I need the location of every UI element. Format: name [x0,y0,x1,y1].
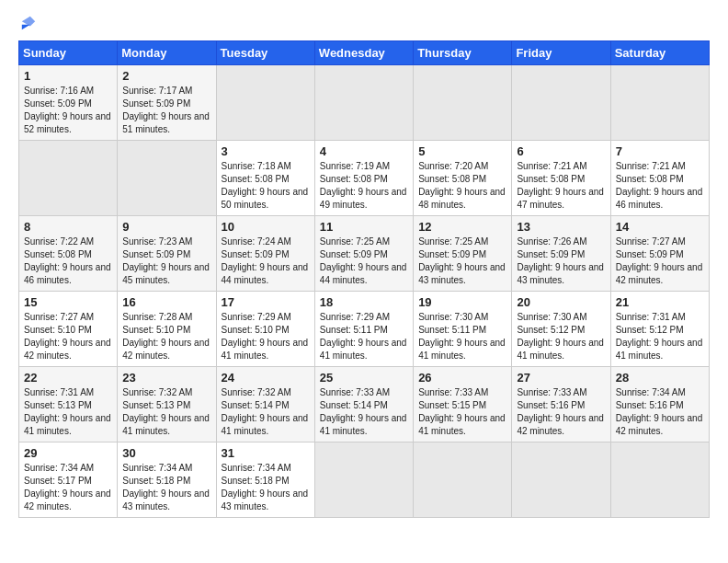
calendar-day-cell: 26 Sunrise: 7:33 AMSunset: 5:15 PMDaylig… [414,367,512,442]
day-number: 20 [517,295,605,309]
day-info: Sunrise: 7:29 AMSunset: 5:11 PMDaylight:… [320,312,407,361]
calendar-table: SundayMondayTuesdayWednesdayThursdayFrid… [18,40,710,518]
day-number: 1 [24,69,112,83]
calendar-day-cell: 13 Sunrise: 7:26 AMSunset: 5:09 PMDaylig… [512,216,610,292]
day-number: 12 [418,220,506,234]
day-info: Sunrise: 7:16 AMSunset: 5:09 PMDaylight:… [24,86,111,134]
calendar-header-row: SundayMondayTuesdayWednesdayThursdayFrid… [19,41,710,65]
calendar-day-cell: 11 Sunrise: 7:25 AMSunset: 5:09 PMDaylig… [314,216,413,292]
calendar-header-saturday: Saturday [610,41,709,65]
calendar-header-sunday: Sunday [19,41,118,65]
day-info: Sunrise: 7:24 AMSunset: 5:09 PMDaylight:… [222,236,309,285]
day-number: 19 [418,295,506,309]
page: SundayMondayTuesdayWednesdayThursdayFrid… [0,0,728,529]
calendar-day-cell: 19 Sunrise: 7:30 AMSunset: 5:11 PMDaylig… [414,292,512,367]
calendar-header-thursday: Thursday [414,41,512,65]
day-number: 29 [24,446,112,460]
day-info: Sunrise: 7:28 AMSunset: 5:10 PMDaylight:… [122,312,210,361]
calendar-day-cell [610,442,709,518]
calendar-day-cell: 7 Sunrise: 7:21 AMSunset: 5:08 PMDayligh… [610,141,709,216]
calendar-day-cell: 16 Sunrise: 7:28 AMSunset: 5:10 PMDaylig… [118,292,216,367]
calendar-header-tuesday: Tuesday [216,41,314,65]
calendar-day-cell [118,141,216,216]
day-number: 16 [122,295,210,309]
day-info: Sunrise: 7:20 AMSunset: 5:08 PMDaylight:… [418,161,506,210]
day-info: Sunrise: 7:19 AMSunset: 5:08 PMDaylight:… [320,161,407,210]
day-number: 22 [24,371,112,385]
day-number: 7 [616,144,704,158]
calendar-day-cell: 15 Sunrise: 7:27 AMSunset: 5:10 PMDaylig… [19,292,118,367]
calendar-day-cell: 31 Sunrise: 7:34 AMSunset: 5:18 PMDaylig… [216,442,314,518]
day-number: 31 [222,446,310,460]
calendar-day-cell: 25 Sunrise: 7:33 AMSunset: 5:14 PMDaylig… [314,367,413,442]
day-number: 25 [320,371,408,385]
day-info: Sunrise: 7:34 AMSunset: 5:18 PMDaylight:… [222,463,309,511]
calendar-header-wednesday: Wednesday [314,41,413,65]
calendar-day-cell: 8 Sunrise: 7:22 AMSunset: 5:08 PMDayligh… [19,216,118,292]
day-info: Sunrise: 7:30 AMSunset: 5:11 PMDaylight:… [418,312,506,361]
calendar-day-cell: 9 Sunrise: 7:23 AMSunset: 5:09 PMDayligh… [118,216,216,292]
day-info: Sunrise: 7:34 AMSunset: 5:16 PMDaylight:… [616,387,703,436]
calendar-day-cell [414,65,512,141]
calendar-day-cell: 6 Sunrise: 7:21 AMSunset: 5:08 PMDayligh… [512,141,610,216]
logo-flag-icon [20,15,37,31]
day-info: Sunrise: 7:31 AMSunset: 5:12 PMDaylight:… [616,312,703,361]
calendar-day-cell: 29 Sunrise: 7:34 AMSunset: 5:17 PMDaylig… [19,442,118,518]
day-info: Sunrise: 7:26 AMSunset: 5:09 PMDaylight:… [517,236,604,285]
calendar-week-row: 22 Sunrise: 7:31 AMSunset: 5:13 PMDaylig… [19,367,710,442]
calendar-day-cell: 27 Sunrise: 7:33 AMSunset: 5:16 PMDaylig… [512,367,610,442]
day-number: 6 [517,144,605,158]
calendar-day-cell [314,65,413,141]
calendar-week-row: 8 Sunrise: 7:22 AMSunset: 5:08 PMDayligh… [19,216,710,292]
calendar-day-cell: 24 Sunrise: 7:32 AMSunset: 5:14 PMDaylig… [216,367,314,442]
day-info: Sunrise: 7:27 AMSunset: 5:10 PMDaylight:… [24,312,111,361]
calendar-day-cell [512,442,610,518]
calendar-day-cell: 23 Sunrise: 7:32 AMSunset: 5:13 PMDaylig… [118,367,216,442]
calendar-header-friday: Friday [512,41,610,65]
day-info: Sunrise: 7:18 AMSunset: 5:08 PMDaylight:… [222,161,309,210]
calendar-week-row: 1 Sunrise: 7:16 AMSunset: 5:09 PMDayligh… [19,65,710,141]
day-number: 27 [517,371,605,385]
calendar-week-row: 3 Sunrise: 7:18 AMSunset: 5:08 PMDayligh… [19,141,710,216]
day-number: 14 [616,220,704,234]
calendar-day-cell: 30 Sunrise: 7:34 AMSunset: 5:18 PMDaylig… [118,442,216,518]
calendar-day-cell: 14 Sunrise: 7:27 AMSunset: 5:09 PMDaylig… [610,216,709,292]
day-info: Sunrise: 7:33 AMSunset: 5:15 PMDaylight:… [418,387,506,436]
day-number: 10 [222,220,310,234]
day-info: Sunrise: 7:32 AMSunset: 5:14 PMDaylight:… [222,387,309,436]
calendar-day-cell: 3 Sunrise: 7:18 AMSunset: 5:08 PMDayligh… [216,141,314,216]
day-info: Sunrise: 7:27 AMSunset: 5:09 PMDaylight:… [616,236,703,285]
calendar-day-cell: 4 Sunrise: 7:19 AMSunset: 5:08 PMDayligh… [314,141,413,216]
day-info: Sunrise: 7:22 AMSunset: 5:08 PMDaylight:… [24,236,111,285]
calendar-day-cell [512,65,610,141]
day-number: 4 [320,144,408,158]
day-number: 28 [616,371,704,385]
day-info: Sunrise: 7:33 AMSunset: 5:16 PMDaylight:… [517,387,604,436]
day-info: Sunrise: 7:21 AMSunset: 5:08 PMDaylight:… [517,161,604,210]
day-info: Sunrise: 7:25 AMSunset: 5:09 PMDaylight:… [418,236,506,285]
day-number: 5 [418,144,506,158]
calendar-day-cell [414,442,512,518]
calendar-day-cell [19,141,118,216]
day-number: 26 [418,371,506,385]
day-info: Sunrise: 7:29 AMSunset: 5:10 PMDaylight:… [222,312,309,361]
day-info: Sunrise: 7:23 AMSunset: 5:09 PMDaylight:… [122,236,210,285]
day-info: Sunrise: 7:31 AMSunset: 5:13 PMDaylight:… [24,387,111,436]
calendar-day-cell: 22 Sunrise: 7:31 AMSunset: 5:13 PMDaylig… [19,367,118,442]
calendar-header-monday: Monday [118,41,216,65]
day-number: 21 [616,295,704,309]
calendar-day-cell: 21 Sunrise: 7:31 AMSunset: 5:12 PMDaylig… [610,292,709,367]
calendar-day-cell: 28 Sunrise: 7:34 AMSunset: 5:16 PMDaylig… [610,367,709,442]
day-number: 11 [320,220,408,234]
logo [18,15,37,31]
calendar-week-row: 29 Sunrise: 7:34 AMSunset: 5:17 PMDaylig… [19,442,710,518]
day-number: 13 [517,220,605,234]
day-number: 18 [320,295,408,309]
calendar-day-cell: 5 Sunrise: 7:20 AMSunset: 5:08 PMDayligh… [414,141,512,216]
calendar-day-cell: 10 Sunrise: 7:24 AMSunset: 5:09 PMDaylig… [216,216,314,292]
day-info: Sunrise: 7:30 AMSunset: 5:12 PMDaylight:… [517,312,604,361]
day-number: 8 [24,220,112,234]
calendar-day-cell [610,65,709,141]
day-number: 30 [122,446,210,460]
day-info: Sunrise: 7:32 AMSunset: 5:13 PMDaylight:… [122,387,210,436]
